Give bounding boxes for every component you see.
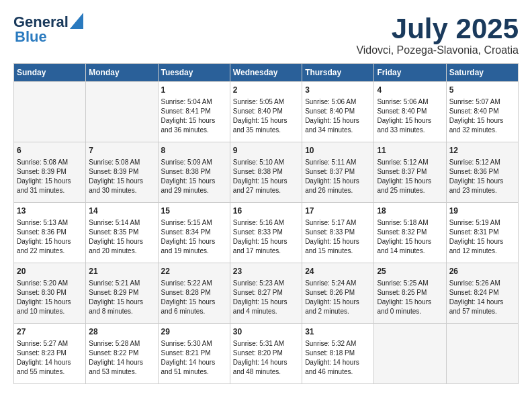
day-number: 1 [161,85,227,96]
daylight-text: Daylight: 15 hours and 26 minutes. [305,177,371,195]
sunset-text: Sunset: 8:18 PM [305,349,371,358]
sunrise-text: Sunrise: 5:22 AM [161,279,227,288]
daylight-text: Daylight: 15 hours and 31 minutes. [17,177,83,195]
sunrise-text: Sunrise: 5:30 AM [161,339,227,349]
sunset-text: Sunset: 8:21 PM [161,349,227,358]
daylight-text: Daylight: 15 hours and 0 minutes. [377,298,443,316]
sunrise-text: Sunrise: 5:04 AM [161,97,227,107]
calendar-day-cell: 4Sunrise: 5:06 AMSunset: 8:40 PMDaylight… [374,82,446,142]
sunrise-text: Sunrise: 5:31 AM [233,339,299,349]
daylight-text: Daylight: 15 hours and 30 minutes. [89,177,154,195]
sunrise-text: Sunrise: 5:08 AM [89,158,154,167]
calendar-day-cell: 1Sunrise: 5:04 AMSunset: 8:41 PMDaylight… [158,82,230,142]
calendar-day-cell: 21Sunrise: 5:21 AMSunset: 8:29 PMDayligh… [86,263,158,324]
day-number: 23 [233,266,299,277]
sunrise-text: Sunrise: 5:08 AM [17,158,83,167]
sunrise-text: Sunrise: 5:27 AM [17,339,83,349]
sunrise-text: Sunrise: 5:17 AM [305,218,371,228]
sunset-text: Sunset: 8:31 PM [449,228,515,237]
sunrise-text: Sunrise: 5:07 AM [449,97,515,107]
sunset-text: Sunset: 8:28 PM [161,288,227,298]
calendar-day-cell: 10Sunrise: 5:11 AMSunset: 8:37 PMDayligh… [302,142,374,203]
daylight-text: Daylight: 14 hours and 53 minutes. [89,358,154,377]
day-number: 31 [305,326,371,338]
daylight-text: Daylight: 15 hours and 4 minutes. [233,298,299,316]
daylight-text: Daylight: 15 hours and 29 minutes. [161,177,227,195]
calendar-day-cell: 15Sunrise: 5:15 AMSunset: 8:34 PMDayligh… [158,203,230,263]
calendar-day-cell: 22Sunrise: 5:22 AMSunset: 8:28 PMDayligh… [158,263,230,324]
sunset-text: Sunset: 8:20 PM [233,349,299,358]
logo: General Blue [13,13,83,46]
sunrise-text: Sunrise: 5:28 AM [89,339,154,349]
day-number: 15 [161,205,227,217]
sunrise-text: Sunrise: 5:21 AM [89,279,154,288]
day-number: 2 [233,85,299,96]
calendar-week-row: 1Sunrise: 5:04 AMSunset: 8:41 PMDaylight… [14,82,519,142]
calendar-day-cell: 12Sunrise: 5:12 AMSunset: 8:36 PMDayligh… [446,142,518,203]
day-number: 24 [305,266,371,277]
day-number: 18 [377,205,443,217]
daylight-text: Daylight: 15 hours and 12 minutes. [449,237,515,256]
sunset-text: Sunset: 8:38 PM [161,167,227,177]
calendar-day-cell: 14Sunrise: 5:14 AMSunset: 8:35 PMDayligh… [86,203,158,263]
daylight-text: Daylight: 15 hours and 25 minutes. [377,177,443,195]
daylight-text: Daylight: 15 hours and 2 minutes. [305,298,371,316]
svg-marker-0 [70,13,83,29]
day-number: 21 [89,266,154,277]
calendar-day-cell: 11Sunrise: 5:12 AMSunset: 8:37 PMDayligh… [374,142,446,203]
calendar-day-cell: 9Sunrise: 5:10 AMSunset: 8:38 PMDaylight… [230,142,302,203]
sunrise-text: Sunrise: 5:12 AM [449,158,515,167]
sunset-text: Sunset: 8:33 PM [305,228,371,237]
sunset-text: Sunset: 8:40 PM [377,107,443,116]
sunrise-text: Sunrise: 5:19 AM [449,218,515,228]
sunrise-text: Sunrise: 5:23 AM [233,279,299,288]
sunset-text: Sunset: 8:30 PM [17,288,83,298]
sunset-text: Sunset: 8:22 PM [89,349,154,358]
calendar-week-row: 13Sunrise: 5:13 AMSunset: 8:36 PMDayligh… [14,203,519,263]
header-row: SundayMondayTuesdayWednesdayThursdayFrid… [14,64,519,82]
day-number: 27 [17,326,83,338]
day-number: 9 [233,145,299,156]
calendar-day-cell: 17Sunrise: 5:17 AMSunset: 8:33 PMDayligh… [302,203,374,263]
calendar-day-cell: 24Sunrise: 5:24 AMSunset: 8:26 PMDayligh… [302,263,374,324]
day-number: 3 [305,85,371,96]
sunrise-text: Sunrise: 5:10 AM [233,158,299,167]
calendar-day-cell: 19Sunrise: 5:19 AMSunset: 8:31 PMDayligh… [446,203,518,263]
empty-cell [14,82,86,142]
sunrise-text: Sunrise: 5:05 AM [233,97,299,107]
calendar-day-cell: 23Sunrise: 5:23 AMSunset: 8:27 PMDayligh… [230,263,302,324]
daylight-text: Daylight: 15 hours and 34 minutes. [305,116,371,135]
day-number: 19 [449,205,515,217]
day-of-week-header: Sunday [14,64,86,82]
sunset-text: Sunset: 8:36 PM [17,228,83,237]
day-number: 16 [233,205,299,217]
sunrise-text: Sunrise: 5:06 AM [305,97,371,107]
calendar-day-cell: 7Sunrise: 5:08 AMSunset: 8:39 PMDaylight… [86,142,158,203]
day-number: 28 [89,326,154,338]
calendar-day-cell: 8Sunrise: 5:09 AMSunset: 8:38 PMDaylight… [158,142,230,203]
sunrise-text: Sunrise: 5:12 AM [377,158,443,167]
day-number: 12 [449,145,515,156]
day-of-week-header: Monday [86,64,158,82]
calendar-table: SundayMondayTuesdayWednesdayThursdayFrid… [13,63,519,384]
sunrise-text: Sunrise: 5:11 AM [305,158,371,167]
month-year: July 2025 [356,13,519,44]
daylight-text: Daylight: 15 hours and 14 minutes. [377,237,443,256]
sunset-text: Sunset: 8:29 PM [89,288,154,298]
day-number: 17 [305,205,371,217]
sunrise-text: Sunrise: 5:24 AM [305,279,371,288]
day-number: 11 [377,145,443,156]
calendar-week-row: 6Sunrise: 5:08 AMSunset: 8:39 PMDaylight… [14,142,519,203]
day-number: 10 [305,145,371,156]
sunset-text: Sunset: 8:26 PM [305,288,371,298]
day-of-week-header: Thursday [302,64,374,82]
sunset-text: Sunset: 8:27 PM [233,288,299,298]
sunset-text: Sunset: 8:34 PM [161,228,227,237]
calendar-day-cell: 26Sunrise: 5:26 AMSunset: 8:24 PMDayligh… [446,263,518,324]
day-number: 6 [17,145,83,156]
sunset-text: Sunset: 8:33 PM [233,228,299,237]
sunrise-text: Sunrise: 5:16 AM [233,218,299,228]
calendar-day-cell: 25Sunrise: 5:25 AMSunset: 8:25 PMDayligh… [374,263,446,324]
sunrise-text: Sunrise: 5:09 AM [161,158,227,167]
calendar-day-cell: 27Sunrise: 5:27 AMSunset: 8:23 PMDayligh… [14,324,86,384]
